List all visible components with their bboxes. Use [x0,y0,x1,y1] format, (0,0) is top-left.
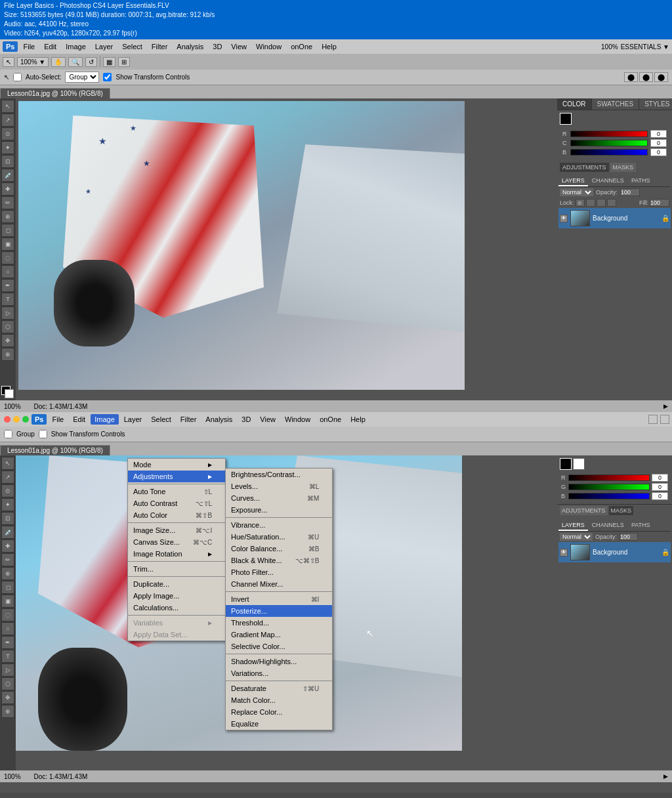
layout-btn[interactable]: ⊞ [118,57,130,67]
layer-background-row[interactable]: 👁 Background 🔒 [558,208,671,228]
tool-eraser[interactable]: ◻ [1,224,14,237]
menu-edit[interactable]: Edit [40,41,60,52]
fill-value[interactable] [650,199,669,207]
tab-channels[interactable]: CHANNELS [589,176,627,186]
scroll-right2[interactable]: ▶ [663,773,668,780]
tool2-brush[interactable]: ✏ [1,553,14,566]
submenu-match-color[interactable]: Match Color... [226,694,332,706]
submenu-replace-color[interactable]: Replace Color... [226,706,332,718]
submenu-black-white[interactable]: Black & White... ⌥⌘⇧B [226,555,332,566]
show-transform-check2[interactable] [39,430,47,438]
tool-zoom[interactable]: ⊕ [1,348,14,361]
tool-select[interactable]: ↖ [1,100,14,113]
zoom-tool-btn[interactable]: 🔍 [68,57,83,67]
menu-item-adjustments[interactable]: Adjustments ▶ [128,471,225,482]
auto-select-dropdown[interactable]: Group Layer [65,72,99,83]
tool-3d[interactable]: ⬡ [1,320,14,333]
tool-dodge[interactable]: ○ [1,265,14,278]
menu-item-apply-image[interactable]: Apply Image... [128,590,225,602]
val2-r[interactable] [652,474,668,482]
ps-logo[interactable]: Ps [3,41,18,52]
blend-mode-select[interactable]: Normal Multiply [560,188,593,196]
tool2-crop[interactable]: ⊡ [1,512,14,525]
tool2-zoom[interactable]: ⊕ [1,705,14,718]
show-transform-check[interactable] [103,73,112,81]
submenu-exposure[interactable]: Exposure... [226,504,332,516]
tool-navigate[interactable]: ✥ [1,334,14,347]
align-left[interactable]: ⬤ [624,72,638,82]
auto-select-check2[interactable] [4,430,12,438]
layer-visibility-eye[interactable]: 👁 [560,215,568,222]
val2-b[interactable] [652,492,668,500]
r-value[interactable] [650,130,667,138]
menu-image[interactable]: Image [62,41,90,52]
tab2-paths[interactable]: PATHS [628,520,654,531]
tool2-dodge[interactable]: ○ [1,622,14,635]
tab-styles[interactable]: STYLES [639,98,672,110]
tool-magic[interactable]: ✦ [1,141,14,154]
menu-item-image-rotation[interactable]: Image Rotation ▶ [128,548,225,560]
canvas-image[interactable]: ★ ★ ★ ★ [18,101,465,390]
lock-position[interactable] [597,199,606,207]
submenu-hue-sat[interactable]: Hue/Saturation... ⌘U [226,531,332,543]
menu2-image[interactable]: Image [91,414,119,425]
hand-tool-btn[interactable]: ✋ [51,57,66,67]
submenu-threshold[interactable]: Threshold... [226,617,332,629]
menu2-window[interactable]: Window [281,414,314,425]
tool-blur[interactable]: ◌ [1,251,14,264]
menu2-analysis[interactable]: Analysis [201,414,236,425]
essentials-btn[interactable]: ESSENTIALS ▼ [621,43,669,51]
submenu-equalize[interactable]: Equalize [226,718,332,730]
menu-filter[interactable]: Filter [148,41,171,52]
icon-brush2[interactable] [648,415,658,424]
submenu-color-balance[interactable]: Color Balance... ⌘B [226,543,332,555]
menu-view[interactable]: View [227,41,251,52]
tool-lasso[interactable]: ⊙ [1,127,14,140]
menu-item-canvas-size[interactable]: Canvas Size... ⌘⌥C [128,536,225,548]
slider2-g[interactable] [568,484,650,490]
foreground-color[interactable] [1,386,14,399]
close-btn[interactable] [4,416,10,423]
tool2-lasso[interactable]: ⊙ [1,484,14,497]
tab-swatches[interactable]: SWATCHES [592,98,640,110]
tool2-navigate[interactable]: ✥ [1,691,14,704]
menu2-file[interactable]: File [48,414,68,425]
adj-tab-masks[interactable]: MASKS [610,163,637,172]
menu-help[interactable]: Help [318,41,341,52]
menu2-help[interactable]: Help [346,414,369,425]
tab-color[interactable]: COLOR [557,98,592,110]
lock-all[interactable] [607,199,616,207]
menu2-view[interactable]: View [256,414,280,425]
tool-crop[interactable]: ⊡ [1,155,14,168]
menu2-onone[interactable]: onOne [316,414,345,425]
submenu-photo-filter[interactable]: Photo Filter... [226,566,332,578]
move-tool-btn[interactable]: ↖ [3,57,14,67]
fg-color-chip[interactable] [560,113,572,125]
tool-eyedrop[interactable]: 💉 [1,169,14,182]
lock-transparent[interactable]: ⊘ [576,199,585,207]
menu-item-duplicate[interactable]: Duplicate... [128,578,225,590]
menu2-3d[interactable]: 3D [238,414,255,425]
tool2-clone[interactable]: ⊕ [1,567,14,580]
scroll-right[interactable]: ▶ [663,403,668,410]
menu-item-trim[interactable]: Trim... [128,563,225,575]
menu-3d[interactable]: 3D [209,41,226,52]
adj-tab-adjustments[interactable]: ADJUSTMENTS [560,163,609,172]
tool-clone[interactable]: ⊕ [1,210,14,223]
menu-layer[interactable]: Layer [91,41,117,52]
r-slider[interactable] [570,131,648,137]
submenu-curves[interactable]: Curves... ⌘M [226,492,332,504]
frame-btn[interactable]: ▦ [103,57,116,67]
opacity-val2[interactable] [620,533,638,541]
adj-tab2-adj[interactable]: ADJUSTMENTS [560,506,608,515]
menu-item-image-size[interactable]: Image Size... ⌘⌥I [128,524,225,536]
tool2-shape[interactable]: ▷ [1,663,14,677]
menu2-select[interactable]: Select [147,414,175,425]
menu-file[interactable]: File [19,41,39,52]
menu-analysis[interactable]: Analysis [173,41,207,52]
align-center[interactable]: ⬤ [639,72,653,82]
menu-item-mode[interactable]: Mode ▶ [128,459,225,471]
g-slider[interactable] [570,140,648,146]
tab2-layers[interactable]: LAYERS [558,520,588,531]
rotate-btn[interactable]: ↺ [85,57,97,67]
